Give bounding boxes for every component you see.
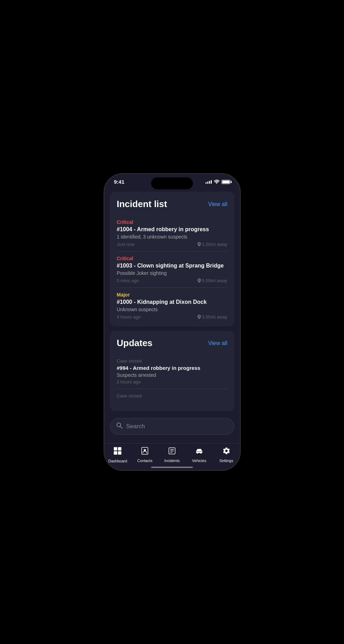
nav-label-dashboard: Dashboard (108, 459, 127, 463)
incident-list-card: Incident list View all Critical #1004 - … (110, 192, 234, 327)
pin-icon (197, 278, 201, 283)
contacts-icon (141, 447, 149, 457)
nav-label-incidents: Incidents (164, 459, 180, 463)
incident-list-header: Incident list View all (117, 199, 227, 210)
nav-label-settings: Settings (219, 459, 233, 463)
incident-meta: 5 mins ago 5.00mi away (117, 278, 227, 283)
svg-rect-0 (114, 447, 118, 451)
incident-description: Unknown suspects (117, 307, 227, 312)
incident-item[interactable]: Critical #1003 - Clown sighting at Spran… (117, 251, 227, 288)
nav-item-incidents[interactable]: Incidents (158, 447, 186, 463)
svg-point-11 (197, 452, 198, 454)
severity-badge-major: Major (117, 292, 227, 298)
update-status: Case closed (117, 358, 227, 364)
incident-item[interactable]: Critical #1004 - Armed robbery in progre… (117, 215, 227, 251)
search-icon (117, 423, 123, 430)
nav-item-vehicles[interactable]: Vehicles (186, 447, 213, 463)
incident-distance: 1.20mi away (197, 242, 227, 247)
incident-time: Just now (117, 242, 135, 247)
incident-distance: 5.00mi away (197, 278, 227, 283)
incident-meta: 4 hours ago 3.05mi away (117, 314, 227, 320)
search-placeholder: Search (126, 423, 145, 430)
svg-rect-2 (114, 451, 118, 455)
incident-time: 4 hours ago (117, 314, 141, 320)
svg-rect-3 (118, 451, 121, 455)
svg-point-12 (200, 452, 202, 454)
incident-item[interactable]: Major #1000 - Kidnapping at Dixon Dock U… (117, 288, 227, 320)
incident-title: #1000 - Kidnapping at Dixon Dock (117, 299, 227, 305)
updates-card: Updates View all Case closed #994 - Arme… (110, 331, 234, 411)
dynamic-island (151, 177, 193, 189)
severity-badge-critical: Critical (117, 219, 227, 225)
updates-title: Updates (117, 338, 153, 349)
incident-meta: Just now 1.20mi away (117, 242, 227, 247)
incident-description: 1 identified, 3 unknown suspects (117, 234, 227, 240)
update-item[interactable]: Case closed #994 - Armed robbery in prog… (117, 354, 227, 389)
status-time: 9:41 (114, 179, 125, 185)
update-time: 2 hours ago (117, 379, 227, 385)
updates-header: Updates View all (117, 338, 227, 349)
svg-rect-1 (118, 447, 121, 451)
svg-point-5 (144, 449, 146, 451)
battery-icon (222, 180, 230, 184)
incident-view-all-button[interactable]: View all (208, 201, 227, 207)
phone-frame: 9:41 Incident list View all (104, 173, 241, 471)
main-content: Incident list View all Critical #1004 - … (104, 188, 240, 466)
status-icons (205, 179, 230, 185)
nav-item-settings[interactable]: Settings (213, 447, 240, 463)
bottom-nav: Dashboard Contacts Incide (104, 443, 240, 470)
home-indicator (151, 467, 193, 468)
nav-item-dashboard[interactable]: Dashboard (104, 446, 132, 463)
incident-list-title: Incident list (117, 199, 167, 210)
update-item[interactable]: Case closed (117, 389, 227, 404)
pin-icon (197, 242, 201, 247)
update-detail: Suspects arrested (117, 372, 227, 378)
nav-label-contacts: Contacts (137, 459, 152, 463)
signal-bars-icon (205, 180, 212, 184)
vehicles-icon (195, 447, 203, 457)
settings-icon (222, 447, 231, 457)
incident-title: #1004 - Armed robbery in progress (117, 226, 227, 233)
update-status: Case closed (117, 393, 227, 398)
update-title: #994 - Armed robbery in progress (117, 365, 227, 371)
updates-view-all-button[interactable]: View all (208, 340, 227, 346)
severity-badge-critical: Critical (117, 256, 227, 261)
search-bar[interactable]: Search (110, 418, 234, 435)
dashboard-icon (113, 446, 122, 458)
nav-label-vehicles: Vehicles (192, 459, 206, 463)
incident-description: Possible Joker sighting (117, 270, 227, 276)
incident-distance: 3.05mi away (197, 314, 227, 320)
incidents-icon (168, 447, 176, 457)
incident-title: #1003 - Clown sighting at Sprang Bridge (117, 263, 227, 269)
search-container: Search (104, 415, 240, 439)
pin-icon (197, 315, 201, 319)
wifi-icon (214, 179, 219, 185)
nav-item-contacts[interactable]: Contacts (131, 447, 158, 463)
incident-time: 5 mins ago (117, 278, 139, 283)
